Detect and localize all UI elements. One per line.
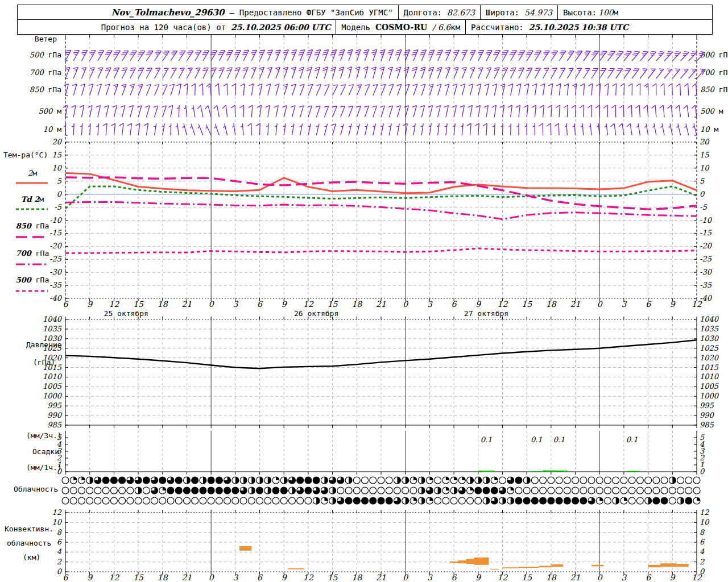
svg-text:21: 21 [182, 300, 192, 309]
svg-text:6: 6 [57, 538, 63, 546]
svg-text:10: 10 [700, 518, 710, 526]
svg-text:5: 5 [700, 177, 705, 185]
svg-text:1020: 1020 [700, 354, 719, 362]
svg-text:21: 21 [376, 300, 386, 309]
svg-text:25 октября: 25 октября [104, 309, 148, 318]
svg-text:15: 15 [52, 151, 61, 159]
conv-cloud-bar [466, 559, 474, 564]
svg-text:15: 15 [133, 573, 144, 582]
svg-text:-10: -10 [700, 216, 713, 225]
svg-text:1040: 1040 [43, 315, 63, 323]
conv-cloud-bar [288, 568, 304, 569]
svg-text:0: 0 [57, 190, 63, 198]
svg-text:2: 2 [57, 558, 62, 566]
svg-text:9: 9 [475, 300, 481, 309]
svg-text:0: 0 [700, 467, 705, 476]
svg-text:21: 21 [570, 300, 581, 309]
svg-text:18: 18 [158, 300, 168, 309]
svg-text:1020: 1020 [43, 354, 63, 362]
svg-text:5: 5 [57, 177, 62, 185]
svg-text:-35: -35 [700, 281, 712, 289]
svg-text:12: 12 [700, 508, 709, 517]
svg-text:9: 9 [670, 573, 676, 582]
svg-text:12: 12 [109, 573, 119, 582]
conv-cloud-bar [502, 567, 518, 568]
svg-text:1035: 1035 [43, 325, 62, 333]
svg-text:18: 18 [158, 573, 168, 582]
svg-text:0: 0 [403, 573, 408, 582]
svg-text:20: 20 [700, 138, 710, 146]
svg-text:12: 12 [109, 300, 119, 309]
conv-cloud-bar [450, 562, 458, 563]
svg-text:0: 0 [700, 190, 705, 198]
svg-text:10: 10 [700, 164, 710, 172]
pressure-panel: 1040104010351035103010301025102510201020… [43, 315, 719, 429]
svg-text:0.1: 0.1 [626, 435, 638, 444]
svg-text:12: 12 [498, 300, 508, 309]
cloud-row-2 [62, 487, 700, 494]
svg-text:-20: -20 [49, 242, 63, 250]
precip-bar [531, 471, 543, 472]
svg-text:-15: -15 [49, 228, 62, 237]
svg-text:1040: 1040 [700, 315, 719, 323]
svg-text:12: 12 [303, 300, 314, 309]
svg-text:-5: -5 [700, 203, 707, 211]
meteogram-chart: 2020151510105500-5-5-10-10-15-15-20-20-2… [0, 0, 728, 582]
svg-text:1030: 1030 [700, 334, 719, 343]
svg-text:15: 15 [133, 300, 144, 309]
conv-cloud-bar [519, 567, 539, 568]
svg-text:6: 6 [452, 300, 457, 309]
svg-text:-30: -30 [700, 268, 713, 276]
svg-text:2: 2 [700, 558, 705, 566]
wind-panel [63, 35, 705, 141]
svg-text:995: 995 [47, 401, 62, 410]
svg-text:-30: -30 [49, 268, 63, 276]
svg-text:1035: 1035 [700, 325, 719, 333]
svg-text:1030: 1030 [43, 334, 63, 343]
cloud-row-3 [62, 497, 700, 504]
svg-text:15: 15 [328, 300, 338, 309]
svg-text:1005: 1005 [43, 382, 62, 390]
svg-text:0: 0 [597, 573, 603, 582]
svg-text:-5: -5 [54, 203, 61, 211]
svg-text:12: 12 [692, 300, 702, 309]
svg-text:0.1: 0.1 [531, 435, 543, 444]
svg-text:9: 9 [670, 300, 676, 309]
svg-text:6: 6 [257, 573, 263, 582]
svg-text:1015: 1015 [43, 363, 62, 372]
svg-text:3: 3 [233, 300, 238, 309]
svg-text:-25: -25 [700, 255, 712, 263]
svg-text:995: 995 [700, 401, 714, 410]
svg-text:8: 8 [57, 528, 63, 537]
svg-text:1025: 1025 [700, 344, 719, 352]
precip-bar [478, 471, 494, 472]
svg-text:10: 10 [52, 518, 62, 526]
svg-text:0: 0 [57, 567, 63, 576]
conv-cloud-bar [474, 558, 489, 565]
svg-text:990: 990 [47, 411, 63, 419]
cloud-row-1 [62, 477, 700, 484]
svg-text:27 октября: 27 октября [464, 309, 508, 318]
svg-text:0: 0 [209, 573, 214, 582]
conv-cloud-bar [458, 560, 466, 563]
svg-text:10: 10 [52, 164, 62, 172]
svg-text:12: 12 [498, 573, 508, 582]
meteogram-page: Nov_Tolmachevo_29630 — Предоставлено ФГБ… [0, 0, 728, 582]
precip-bar [543, 471, 555, 472]
svg-text:21: 21 [376, 573, 386, 582]
conv-cloud-bar [239, 546, 251, 551]
conv-cloud-bar [592, 565, 603, 567]
svg-text:-20: -20 [700, 242, 713, 250]
svg-text:6: 6 [63, 300, 69, 309]
svg-text:6: 6 [646, 300, 651, 309]
conv-cloud-bar [551, 564, 563, 567]
svg-text:12: 12 [52, 508, 61, 517]
svg-text:-15: -15 [700, 228, 712, 237]
svg-text:15: 15 [522, 573, 532, 582]
svg-text:6: 6 [452, 573, 457, 582]
svg-text:20: 20 [52, 138, 62, 146]
cloud-panel [62, 477, 700, 504]
svg-text:18: 18 [351, 300, 362, 309]
svg-text:0: 0 [597, 300, 603, 309]
svg-text:-25: -25 [49, 255, 62, 263]
